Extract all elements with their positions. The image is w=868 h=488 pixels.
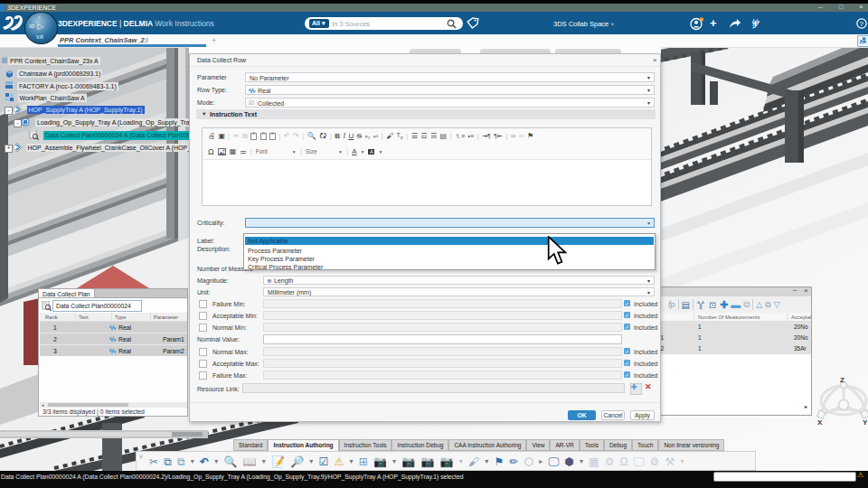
svg-text:Y: Y [863,418,868,427]
svg-text:X: X [817,418,823,427]
svg-text:Z: Z [840,376,844,384]
svg-text:?: ? [860,20,864,28]
